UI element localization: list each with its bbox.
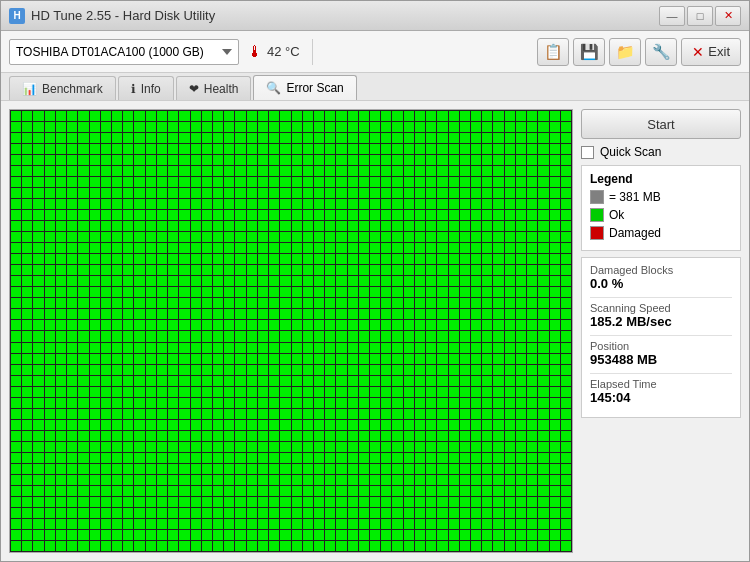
grid-cell bbox=[404, 221, 414, 231]
grid-cell bbox=[33, 519, 43, 529]
grid-cell bbox=[359, 199, 369, 209]
grid-cell bbox=[179, 376, 189, 386]
grid-cell bbox=[437, 331, 447, 341]
grid-cell bbox=[550, 287, 560, 297]
grid-cell bbox=[101, 166, 111, 176]
grid-cell bbox=[224, 497, 234, 507]
folder-button[interactable]: 📁 bbox=[609, 38, 641, 66]
save-button[interactable]: 💾 bbox=[573, 38, 605, 66]
grid-cell bbox=[213, 508, 223, 518]
grid-cell bbox=[78, 188, 88, 198]
disk-selector[interactable]: TOSHIBA DT01ACA100 (1000 GB) bbox=[9, 39, 239, 65]
grid-cell bbox=[370, 354, 380, 364]
grid-cell bbox=[471, 155, 481, 165]
grid-cell bbox=[90, 519, 100, 529]
grid-cell bbox=[415, 409, 425, 419]
grid-cell bbox=[392, 376, 402, 386]
grid-cell bbox=[224, 541, 234, 551]
exit-button[interactable]: ✕ Exit bbox=[681, 38, 741, 66]
grid-cell bbox=[550, 541, 560, 551]
grid-cell bbox=[22, 376, 32, 386]
grid-cell bbox=[303, 199, 313, 209]
grid-cell bbox=[191, 144, 201, 154]
grid-cell bbox=[415, 210, 425, 220]
grid-cell bbox=[370, 254, 380, 264]
grid-cell bbox=[303, 122, 313, 132]
tab-health[interactable]: ❤ Health bbox=[176, 76, 252, 100]
grid-cell bbox=[280, 254, 290, 264]
grid-cell bbox=[303, 420, 313, 430]
grid-cell bbox=[516, 177, 526, 187]
grid-cell bbox=[235, 287, 245, 297]
grid-cell bbox=[191, 111, 201, 121]
grid-cell bbox=[134, 431, 144, 441]
grid-cell bbox=[157, 464, 167, 474]
grid-cell bbox=[516, 376, 526, 386]
grid-cell bbox=[179, 519, 189, 529]
grid-cell bbox=[314, 519, 324, 529]
grid-cell bbox=[314, 475, 324, 485]
grid-cell bbox=[235, 210, 245, 220]
grid-cell bbox=[11, 309, 21, 319]
settings-button[interactable]: 🔧 bbox=[645, 38, 677, 66]
grid-cell bbox=[550, 199, 560, 209]
grid-cell bbox=[303, 343, 313, 353]
grid-cell bbox=[516, 144, 526, 154]
grid-cell bbox=[505, 343, 515, 353]
grid-cell bbox=[449, 320, 459, 330]
grid-cell bbox=[191, 122, 201, 132]
grid-cell bbox=[179, 420, 189, 430]
grid-cell bbox=[247, 309, 257, 319]
start-button[interactable]: Start bbox=[581, 109, 741, 139]
grid-cell bbox=[538, 331, 548, 341]
grid-cell bbox=[437, 343, 447, 353]
grid-cell bbox=[179, 320, 189, 330]
grid-cell bbox=[123, 365, 133, 375]
grid-cell bbox=[404, 486, 414, 496]
grid-cell bbox=[437, 287, 447, 297]
grid-cell bbox=[538, 320, 548, 330]
grid-cell bbox=[202, 210, 212, 220]
grid-cell bbox=[112, 243, 122, 253]
tab-info[interactable]: ℹ Info bbox=[118, 76, 174, 100]
grid-cell bbox=[381, 365, 391, 375]
grid-cell bbox=[426, 354, 436, 364]
quick-scan-checkbox[interactable] bbox=[581, 146, 594, 159]
grid-cell bbox=[505, 276, 515, 286]
grid-cell bbox=[78, 376, 88, 386]
grid-cell bbox=[33, 155, 43, 165]
grid-cell bbox=[404, 133, 414, 143]
grid-cell bbox=[45, 475, 55, 485]
grid-cell bbox=[101, 387, 111, 397]
grid-cell bbox=[516, 188, 526, 198]
grid-cell bbox=[471, 265, 481, 275]
grid-cell bbox=[415, 541, 425, 551]
grid-cell bbox=[191, 188, 201, 198]
grid-cell bbox=[247, 431, 257, 441]
tab-error-scan[interactable]: 🔍 Error Scan bbox=[253, 75, 356, 100]
maximize-button[interactable]: □ bbox=[687, 6, 713, 26]
grid-cell bbox=[280, 232, 290, 242]
grid-cell bbox=[202, 177, 212, 187]
grid-cell bbox=[292, 144, 302, 154]
grid-cell bbox=[33, 541, 43, 551]
grid-cell bbox=[22, 177, 32, 187]
grid-cell bbox=[437, 166, 447, 176]
grid-cell bbox=[258, 420, 268, 430]
grid-cell bbox=[550, 365, 560, 375]
grid-cell bbox=[415, 199, 425, 209]
grid-cell bbox=[505, 177, 515, 187]
tab-benchmark[interactable]: 📊 Benchmark bbox=[9, 76, 116, 100]
grid-cell bbox=[370, 309, 380, 319]
grid-cell bbox=[280, 497, 290, 507]
grid-cell bbox=[22, 287, 32, 297]
copy-button[interactable]: 📋 bbox=[537, 38, 569, 66]
grid-cell bbox=[336, 442, 346, 452]
close-button[interactable]: ✕ bbox=[715, 6, 741, 26]
grid-cell bbox=[269, 431, 279, 441]
health-tab-label: Health bbox=[204, 82, 239, 96]
grid-cell bbox=[280, 519, 290, 529]
grid-cell bbox=[449, 343, 459, 353]
minimize-button[interactable]: — bbox=[659, 6, 685, 26]
grid-cell bbox=[146, 276, 156, 286]
